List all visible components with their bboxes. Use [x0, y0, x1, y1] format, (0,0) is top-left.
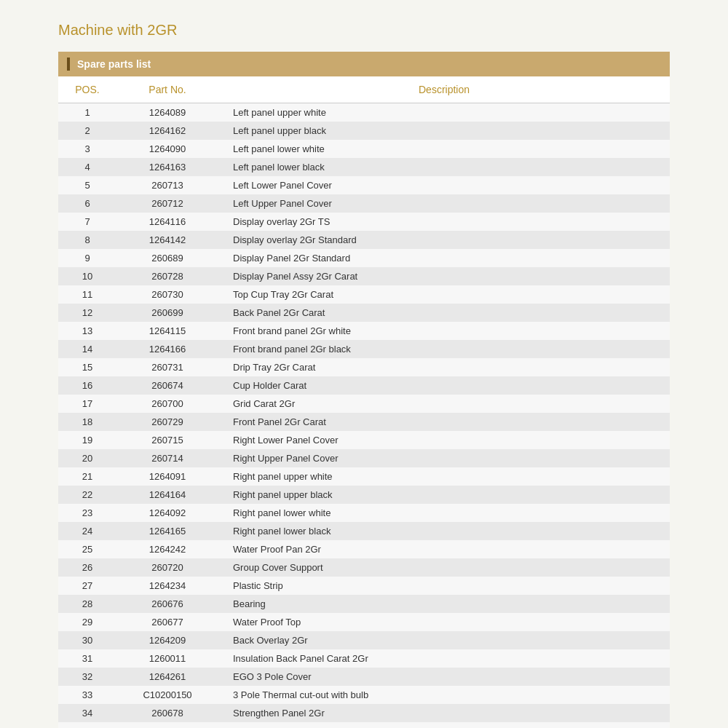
cell-part-no: 1264091: [116, 467, 218, 486]
table-row: 311260011Insulation Back Panel Carat 2Gr: [58, 649, 670, 668]
cell-description: Left Lower Panel Cover: [218, 176, 670, 194]
cell-description: Display Panel Assy 2Gr Carat: [218, 267, 670, 285]
table-row: 12260699Back Panel 2Gr Carat: [58, 304, 670, 322]
cell-pos: 22: [58, 486, 116, 504]
cell-part-no: 1264242: [116, 540, 218, 558]
cell-description: Front brand panel 2Gr black: [218, 340, 670, 358]
cell-description: Water Proof Pan 2Gr: [218, 540, 670, 558]
col-header-desc: Description: [218, 76, 670, 103]
cell-pos: 3: [58, 140, 116, 158]
cell-part-no: 260729: [116, 413, 218, 431]
table-row: 15260731Drip Tray 2Gr Carat: [58, 358, 670, 376]
cell-pos: 29: [58, 613, 116, 631]
cell-part-no: 1264166: [116, 340, 218, 358]
table-header-row: POS. Part No. Description: [58, 76, 670, 103]
cell-part-no: 260713: [116, 176, 218, 194]
cell-description: Display overlay 2Gr TS: [218, 213, 670, 231]
cell-part-no: 260674: [116, 376, 218, 395]
cell-description: Top Cup Tray 2Gr Carat: [218, 285, 670, 304]
cell-description: Bearing: [218, 595, 670, 613]
cell-pos: 18: [58, 413, 116, 431]
cell-part-no: 1264090: [116, 140, 218, 158]
cell-description: Water Proof Top: [218, 613, 670, 631]
table-row: 6260712Left Upper Panel Cover: [58, 194, 670, 213]
table-row: 41264163Left panel lower black: [58, 158, 670, 176]
cell-pos: 35: [58, 722, 116, 728]
col-header-part: Part No.: [116, 76, 218, 103]
cell-description: Cup Holder Carat: [218, 376, 670, 395]
cell-pos: 25: [58, 540, 116, 558]
cell-part-no: 1264162: [116, 122, 218, 140]
cell-part-no: 1264163: [116, 158, 218, 176]
cell-pos: 17: [58, 395, 116, 413]
table-row: 26260720Group Cover Support: [58, 558, 670, 577]
header-bar: [67, 58, 70, 71]
cell-description: Right panel upper black: [218, 486, 670, 504]
cell-pos: 5: [58, 176, 116, 194]
table-row: 241264165Right panel lower black: [58, 522, 670, 540]
cell-part-no: 260712: [116, 194, 218, 213]
cell-part-no: 260676: [116, 595, 218, 613]
table-row: 231264092Right panel lower white: [58, 504, 670, 522]
cell-part-no: 1264089: [116, 103, 218, 122]
cell-description: Grid Carat 2Gr: [218, 395, 670, 413]
cell-pos: 2: [58, 122, 116, 140]
cell-part-no: 260728: [116, 267, 218, 285]
table-row: 19260715Right Lower Panel Cover: [58, 431, 670, 449]
cell-part-no: 1264092: [116, 504, 218, 522]
cell-description: Insulation Back Panel Carat 2Gr: [218, 649, 670, 668]
cell-description: Left panel lower white: [218, 140, 670, 158]
table-row: 81264142Display overlay 2Gr Standard: [58, 231, 670, 249]
cell-part-no: C10200150: [116, 686, 218, 704]
cell-description: Right Upper Panel Cover: [218, 449, 670, 467]
table-row: 28260676Bearing: [58, 595, 670, 613]
table-row: 5260713Left Lower Panel Cover: [58, 176, 670, 194]
table-row: 301264209Back Overlay 2Gr: [58, 631, 670, 649]
table-row: 33C102001503 Pole Thermal cut-out with b…: [58, 686, 670, 704]
cell-pos: 12: [58, 304, 116, 322]
table-row: 271264234Plastic Strip: [58, 577, 670, 595]
cell-part-no: 260720: [116, 558, 218, 577]
cell-part-no: 1608281: [116, 722, 218, 728]
cell-pos: 11: [58, 285, 116, 304]
cell-pos: 23: [58, 504, 116, 522]
cell-pos: 4: [58, 158, 116, 176]
cell-pos: 7: [58, 213, 116, 231]
cell-part-no: 1264116: [116, 213, 218, 231]
cell-description: Back Panel 2Gr Carat: [218, 304, 670, 322]
cell-part-no: 1264261: [116, 668, 218, 686]
col-header-pos: POS.: [58, 76, 116, 103]
cell-pos: 14: [58, 340, 116, 358]
table-row: 21264162Left panel upper black: [58, 122, 670, 140]
table-row: 71264116Display overlay 2Gr TS: [58, 213, 670, 231]
cell-pos: 9: [58, 249, 116, 267]
cell-pos: 15: [58, 358, 116, 376]
cell-pos: 10: [58, 267, 116, 285]
cell-pos: 13: [58, 322, 116, 340]
cell-pos: 26: [58, 558, 116, 577]
cell-part-no: 1264234: [116, 577, 218, 595]
cell-description: Drip Tray 2Gr Carat: [218, 358, 670, 376]
cell-part-no: 1264164: [116, 486, 218, 504]
cell-part-no: 260689: [116, 249, 218, 267]
cell-pos: 32: [58, 668, 116, 686]
cell-description: Magnet 39x13x6: [218, 722, 670, 728]
cell-pos: 1: [58, 103, 116, 122]
cell-description: Back Overlay 2Gr: [218, 631, 670, 649]
table-row: 131264115Front brand panel 2Gr white: [58, 322, 670, 340]
table-row: 11264089Left panel upper white: [58, 103, 670, 122]
cell-description: Left Upper Panel Cover: [218, 194, 670, 213]
cell-part-no: 1264165: [116, 522, 218, 540]
table-row: 351608281Magnet 39x13x6: [58, 722, 670, 728]
table-row: 10260728Display Panel Assy 2Gr Carat: [58, 267, 670, 285]
cell-description: Left panel lower black: [218, 158, 670, 176]
cell-description: EGO 3 Pole Cover: [218, 668, 670, 686]
cell-description: Front Panel 2Gr Carat: [218, 413, 670, 431]
cell-pos: 34: [58, 704, 116, 722]
table-row: 29260677 Water Proof Top: [58, 613, 670, 631]
cell-description: Right Lower Panel Cover: [218, 431, 670, 449]
cell-pos: 31: [58, 649, 116, 668]
table-row: 18260729Front Panel 2Gr Carat: [58, 413, 670, 431]
cell-pos: 8: [58, 231, 116, 249]
table-row: 17260700Grid Carat 2Gr: [58, 395, 670, 413]
